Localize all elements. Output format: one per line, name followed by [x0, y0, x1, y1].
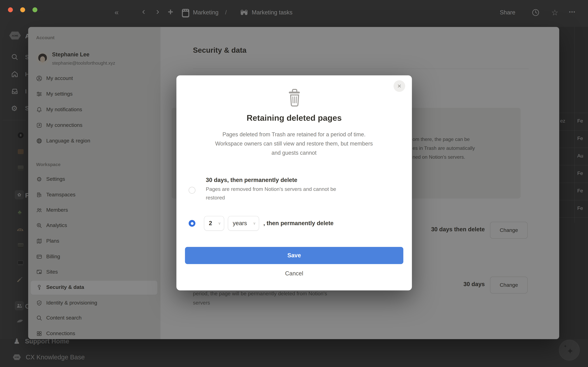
retention-modal: ✕ Retaining deleted pages Pages deleted … — [176, 75, 412, 290]
radio-custom-duration[interactable] — [189, 220, 195, 227]
chevron-down-icon: ∨ — [218, 221, 221, 225]
screen: « ‹ › + Marketing / Marketing tasks Shar… — [0, 0, 588, 367]
modal-title: Retaining deleted pages — [176, 113, 412, 123]
trash-icon — [285, 88, 304, 108]
radio-30-days[interactable] — [189, 187, 195, 194]
close-icon[interactable]: ✕ — [393, 80, 405, 92]
option-sublabel: Pages are removed from Notion's servers … — [206, 185, 341, 202]
zoom-window-button[interactable] — [33, 7, 37, 12]
duration-value: 2 — [209, 220, 212, 227]
duration-unit-select[interactable]: years ∨ — [228, 216, 259, 231]
modal-description: Pages deleted from Trash are retained fo… — [214, 130, 374, 158]
chevron-down-icon: ∨ — [253, 221, 256, 225]
option-suffix: , then permanently delete — [263, 216, 334, 231]
save-label: Save — [287, 252, 301, 259]
radio-dot — [191, 222, 193, 225]
cancel-button[interactable]: Cancel — [176, 270, 412, 277]
save-button[interactable]: Save — [185, 247, 403, 264]
duration-unit: years — [233, 220, 247, 227]
close-window-button[interactable] — [8, 7, 13, 12]
duration-value-select[interactable]: 2 ∨ — [204, 216, 224, 231]
option-label: 30 days, then permanently delete — [206, 177, 350, 184]
minimize-window-button[interactable] — [20, 7, 25, 12]
option-30-days[interactable]: 30 days, then permanently delete Pages a… — [206, 177, 350, 202]
